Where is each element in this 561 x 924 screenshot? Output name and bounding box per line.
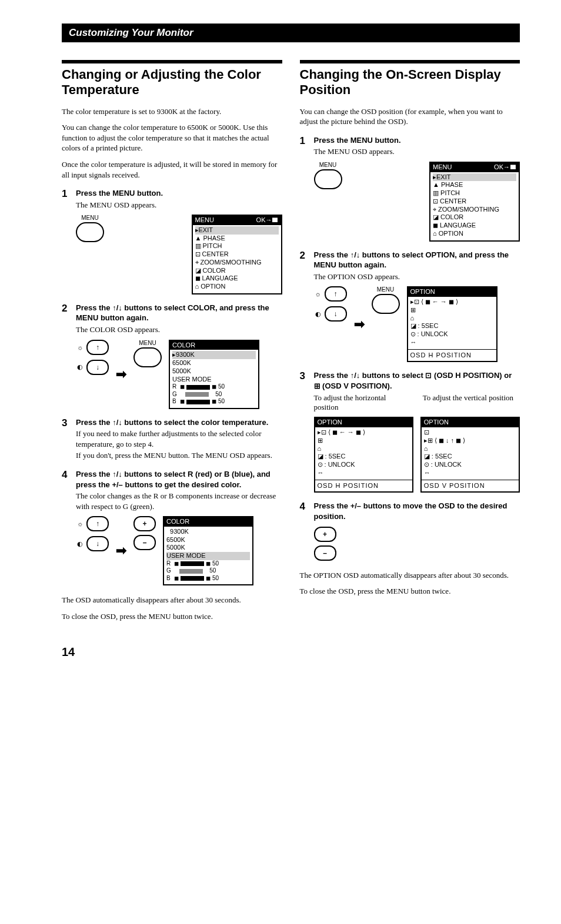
- step-heading: Press the ↑/↓ buttons to select OPTION, …: [314, 250, 520, 270]
- osd-item-language: ◼ LANGUAGE: [433, 222, 516, 230]
- color-osd-user: COLOR 9300K 6500K 5000K USER MODE R ◼ ◼ …: [163, 516, 253, 585]
- hint-vertical: To adjust the vertical position: [423, 393, 520, 412]
- osd-item-6500k: 6500K: [172, 359, 256, 367]
- osd-item: ↔: [424, 469, 516, 477]
- contrast-icon: ◐: [76, 363, 84, 371]
- step-number: 2: [62, 303, 70, 409]
- brightness-icon: ☼: [76, 520, 84, 528]
- rgb-g-row: G 50: [166, 567, 250, 575]
- color-osd: COLOR ▸9300K 6500K 5000K USER MODE R ◼ ◼…: [169, 340, 259, 409]
- osd-item: ▸⊡ ⟨ ◼ ← → ◼ ⟩: [410, 298, 494, 306]
- osd-item: ◪ : 5SEC: [410, 322, 494, 330]
- osd-item-center: ⊡ CENTER: [433, 197, 516, 206]
- left-step-2: 2 Press the ↑/↓ buttons to select COLOR,…: [62, 303, 282, 409]
- osd-item-5000k: 5000K: [166, 544, 250, 552]
- osd-item-option: ⌂ OPTION: [433, 230, 516, 238]
- down-button-icon: ↓: [86, 360, 109, 375]
- right-title: Changing the On-Screen Display Position: [300, 67, 520, 98]
- up-button-icon: ↑: [86, 340, 109, 355]
- menu-button-diagram: MENU: [133, 340, 162, 367]
- right-step-3: 3 Press the ↑/↓ buttons to select ⊡ (OSD…: [300, 370, 520, 493]
- contrast-icon: ◐: [314, 310, 322, 318]
- menu-label: MENU: [81, 215, 98, 221]
- option-osd-h: OPTION ▸⊡ ⟨ ◼ ← → ◼ ⟩ ⊞ ⌂ ◪ : 5SEC ⊙ : U…: [314, 417, 413, 493]
- step-number: 1: [300, 135, 308, 242]
- osd-title: COLOR: [166, 518, 189, 526]
- up-down-buttons: ☼↑ ◐↓: [76, 516, 109, 551]
- step-number: 2: [300, 250, 308, 363]
- left-intro-3: Once the color temperature is adjusted, …: [62, 159, 282, 180]
- hint-horizontal: To adjust the horizontal position: [314, 393, 411, 412]
- left-column: Changing or Adjusting the Color Temperat…: [62, 60, 282, 628]
- step-number: 4: [300, 501, 308, 560]
- step-heading: Press the +/– buttons to move the OSD to…: [314, 501, 520, 521]
- minus-button-icon: –: [133, 535, 156, 550]
- osd-item-5000k: 5000K: [172, 367, 256, 376]
- osd-title: OPTION: [318, 419, 342, 427]
- oval-button-icon: [76, 222, 104, 242]
- osd-item-exit: ▸EXIT: [195, 226, 279, 235]
- osd-title-left: MENU: [433, 163, 452, 172]
- arrow-icon: ➡: [116, 367, 126, 382]
- osd-item: ⊙ : UNLOCK: [410, 330, 494, 339]
- left-step-4: 4 Press the ↑/↓ buttons to select R (red…: [62, 469, 282, 585]
- osd-item-option: ⌂ OPTION: [195, 283, 279, 291]
- step-heading: Press the MENU button.: [76, 188, 282, 199]
- step-heading: Press the ↑/↓ buttons to select the colo…: [76, 417, 282, 428]
- two-column-layout: Changing or Adjusting the Color Temperat…: [62, 60, 520, 628]
- closing-text: To close the OSD, press the MENU button …: [62, 611, 282, 622]
- osd-item-usermode: USER MODE: [166, 552, 250, 560]
- osd-item: ⊡: [424, 428, 516, 437]
- step-subtext: The COLOR OSD appears.: [76, 324, 282, 335]
- osd-title-right: OK→⯀: [494, 163, 516, 172]
- left-step-3: 3 Press the ↑/↓ buttons to select the co…: [62, 417, 282, 461]
- plus-minus-buttons: + –: [314, 527, 336, 561]
- osd-item-zoom: ⌖ ZOOM/SMOOTHING: [433, 206, 516, 214]
- step-subtext: The MENU OSD appears.: [314, 146, 520, 157]
- option-osd-v: OPTION ⊡ ▸⊞ ⟨ ◼ ↓ ↑ ◼ ⟩ ⌂ ◪ : 5SEC ⊙ : U…: [420, 417, 520, 493]
- oval-button-icon: [372, 294, 400, 314]
- step-heading: Press the ↑/↓ buttons to select ⊡ (OSD H…: [314, 370, 520, 391]
- osd-item: ⊙ : UNLOCK: [424, 461, 516, 469]
- osd-title-right: OK→⯀: [256, 216, 279, 225]
- step-subtext: The OPTION OSD appears.: [314, 272, 520, 282]
- plus-button-icon: +: [314, 527, 336, 542]
- arrow-icon: ➡: [116, 543, 126, 558]
- osd-footer: OSD H POSITION: [408, 349, 496, 361]
- right-column: Changing the On-Screen Display Position …: [300, 60, 520, 628]
- menu-label: MENU: [319, 162, 336, 168]
- step-number: 3: [300, 370, 308, 493]
- osd-item: ◪ : 5SEC: [424, 453, 516, 461]
- osd-item: ⌂: [318, 445, 410, 453]
- oval-button-icon: [133, 347, 162, 367]
- rule-icon: [62, 60, 282, 63]
- brightness-icon: ☼: [76, 343, 84, 351]
- osd-item-9300k: 9300K: [166, 528, 250, 536]
- osd-item-phase: ▲ PHASE: [195, 235, 279, 243]
- left-intro-2: You can change the color temperature to …: [62, 122, 282, 153]
- step-subtext: If you need to make further adjustments …: [76, 428, 282, 449]
- osd-item-9300k: ▸9300K: [172, 351, 256, 359]
- left-step-1: 1 Press the MENU button. The MENU OSD ap…: [62, 188, 282, 294]
- step-number: 1: [62, 188, 70, 294]
- step-subtext: If you don't, press the MENU button. The…: [76, 450, 282, 461]
- option-osd: OPTION ▸⊡ ⟨ ◼ ← → ◼ ⟩ ⊞ ⌂ ◪ : 5SEC ⊙ : U…: [407, 286, 497, 362]
- left-title: Changing or Adjusting the Color Temperat…: [62, 67, 282, 98]
- osd-item: ⊞: [318, 437, 410, 445]
- osd-item: ⊞: [410, 306, 494, 314]
- osd-item-language: ◼ LANGUAGE: [195, 274, 279, 283]
- step-heading: Press the MENU button.: [314, 135, 520, 146]
- rgb-r-row: R ◼ ◼ 50: [172, 383, 256, 391]
- step-number: 3: [62, 417, 70, 461]
- menu-osd: MENU OK→⯀ ▸EXIT ▲ PHASE ▥ PITCH ⊡ CENTER…: [429, 162, 520, 242]
- menu-label: MENU: [139, 340, 156, 346]
- manual-page: Customizing Your Monitor Changing or Adj…: [0, 0, 561, 682]
- right-intro: You can change the OSD position (for exa…: [300, 106, 520, 127]
- left-intro-1: The color temperature is set to 9300K at…: [62, 106, 282, 117]
- closing-text: The OPTION OSD automatically disappears …: [300, 570, 520, 581]
- section-header: Customizing Your Monitor: [62, 24, 520, 42]
- osd-footer: OSD V POSITION: [422, 480, 519, 492]
- osd-title: OPTION: [410, 288, 435, 296]
- osd-title: OPTION: [424, 419, 449, 427]
- up-button-icon: ↑: [86, 516, 109, 531]
